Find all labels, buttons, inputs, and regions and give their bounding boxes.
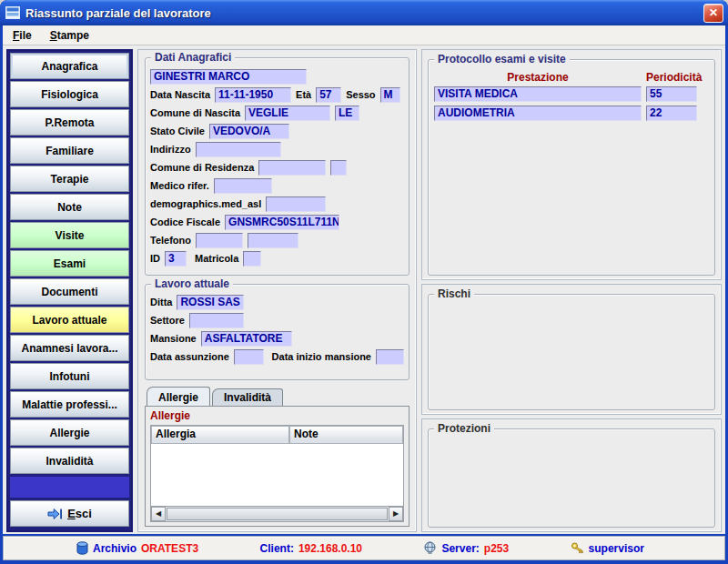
sidebar-item-esami[interactable]: Esami: [10, 250, 129, 277]
telefono-label: Telefono: [150, 235, 191, 246]
rischi-panel: Rischi: [428, 294, 715, 410]
user-value: supervisor: [589, 542, 644, 555]
prestazione-field[interactable]: AUDIOMETRIA: [434, 106, 642, 121]
scroll-left-icon[interactable]: ◀: [151, 507, 166, 521]
sidebar-item-infotuni[interactable]: Infotuni: [10, 363, 129, 389]
dati-anagrafici-panel: Dati Anagrafici GINESTRI MARCO Data Nasc…: [145, 57, 410, 276]
mansione-label: Mansione: [150, 333, 197, 344]
allergia-column-header[interactable]: Allergia: [151, 426, 289, 444]
matricola-field[interactable]: [243, 251, 261, 267]
sesso-label: Sesso: [346, 89, 375, 100]
client-label: Client:: [260, 542, 294, 555]
sidebar-item-documenti[interactable]: Documenti: [10, 278, 129, 305]
stato-civile-label: Stato Civile: [150, 126, 205, 136]
user-keys-icon: [571, 542, 584, 555]
codice-fiscale-field[interactable]: GNSMRC50S11L711N: [225, 215, 339, 230]
exit-arrow-icon: [47, 508, 63, 520]
sidebar-item-anamnesi-lavorativa[interactable]: Anamnesi lavora...: [10, 335, 129, 361]
allergie-invalidita-tabstrip: Allergie Invalidità: [145, 386, 410, 406]
data-nascita-field[interactable]: 11-11-1950: [215, 87, 291, 103]
menu-bar: File Stampe: [3, 25, 725, 45]
comune-residenza-label: Comune di Residenza: [150, 162, 254, 173]
id-field[interactable]: 3: [165, 251, 187, 267]
stato-civile-field[interactable]: VEDOVO/A: [209, 124, 289, 139]
dati-anagrafici-title: Dati Anagrafici: [151, 51, 235, 64]
protezioni-panel: Protezioni: [428, 428, 715, 528]
esci-button[interactable]: Esci: [10, 500, 129, 527]
protezioni-section: Protezioni: [421, 418, 722, 532]
menu-file[interactable]: File: [8, 27, 36, 44]
periodicita-field[interactable]: 55: [646, 86, 697, 102]
app-window: Riassunto parziale del lavoratore ✕ File…: [0, 0, 728, 564]
protocollo-section: Protocollo esami e visite Prestazione Pe…: [421, 49, 722, 280]
center-column: Dati Anagrafici GINESTRI MARCO Data Nasc…: [137, 49, 417, 532]
note-column-header[interactable]: Note: [289, 426, 403, 444]
allergie-horizontal-scrollbar[interactable]: ◀ ▶: [150, 507, 404, 522]
comune-nascita-label: Comune di Nascita: [150, 107, 240, 118]
globe-icon: [423, 541, 437, 555]
protezioni-title: Protezioni: [434, 422, 494, 435]
allergie-tab-panel: Allergie Allergia Note ◀ ▶: [145, 406, 410, 527]
medico-field[interactable]: [214, 178, 272, 194]
protocollo-header-row: Prestazione Periodicità: [434, 71, 709, 84]
client-value: 192.168.0.10: [298, 542, 362, 555]
id-label: ID: [150, 253, 160, 264]
title-bar[interactable]: Riassunto parziale del lavoratore ✕: [0, 0, 728, 25]
matricola-label: Matricola: [195, 253, 238, 264]
close-button[interactable]: ✕: [703, 4, 723, 23]
window-title: Riassunto parziale del lavoratore: [25, 6, 703, 20]
sidebar-item-anagrafica[interactable]: Anagrafica: [10, 53, 129, 79]
scrollbar-thumb[interactable]: [167, 508, 388, 520]
app-window-icon: [5, 6, 21, 20]
comune-nascita-field[interactable]: VEGLIE: [245, 106, 330, 121]
tab-allergie[interactable]: Allergie: [147, 387, 210, 406]
mansione-field[interactable]: ASFALTATORE: [201, 331, 292, 347]
data-inizio-mansione-label: Data inizio mansione: [272, 351, 371, 362]
server-label: Server:: [441, 542, 479, 555]
sidebar-item-terapie[interactable]: Terapie: [10, 166, 129, 192]
codice-fiscale-label: Codice Fiscale: [150, 217, 220, 227]
archivio-label: Archivio: [93, 542, 136, 555]
data-inizio-mansione-field[interactable]: [376, 349, 404, 365]
ditta-label: Ditta: [150, 297, 172, 307]
eta-field[interactable]: 57: [316, 87, 341, 103]
indirizzo-field[interactable]: [196, 142, 281, 157]
sidebar-item-fisiologica[interactable]: Fisiologica: [10, 81, 129, 107]
protocollo-title: Protocollo esami e visite: [434, 53, 570, 65]
rischi-title: Rischi: [434, 287, 474, 300]
med-asl-label: demographics.med_asl: [150, 198, 261, 209]
sidebar-item-note[interactable]: Note: [10, 194, 129, 220]
provincia-nascita-field[interactable]: LE: [335, 106, 359, 121]
menu-stampe[interactable]: Stampe: [46, 27, 94, 44]
sesso-field[interactable]: M: [380, 87, 400, 103]
ditta-field[interactable]: ROSSI SAS: [177, 295, 244, 310]
data-assunzione-label: Data assunzione: [150, 351, 229, 362]
protocollo-panel: Protocollo esami e visite Prestazione Pe…: [428, 59, 715, 276]
periodicita-field[interactable]: 22: [646, 106, 697, 121]
sidebar-item-allergie[interactable]: Allergie: [10, 419, 129, 446]
right-column: Protocollo esami e visite Prestazione Pe…: [421, 49, 722, 532]
data-assunzione-field[interactable]: [234, 349, 264, 365]
provincia-residenza-field[interactable]: [330, 160, 347, 176]
allergie-table-body[interactable]: [151, 444, 403, 506]
comune-residenza-field[interactable]: [258, 160, 326, 176]
nome-field[interactable]: GINESTRI MARCO: [150, 69, 307, 85]
med-asl-field[interactable]: [266, 196, 326, 212]
settore-field[interactable]: [189, 313, 244, 328]
telefono1-field[interactable]: [196, 233, 243, 248]
sidebar-item-lavoro-attuale[interactable]: Lavoro attuale: [10, 307, 129, 333]
eta-label: Età: [296, 89, 311, 100]
table-row: AUDIOMETRIA 22: [434, 106, 709, 121]
medico-label: Medico rifer.: [150, 180, 209, 191]
allergie-table: Allergia Note: [150, 425, 404, 507]
prestazione-field[interactable]: VISITA MEDICA: [434, 86, 642, 102]
tab-invalidita[interactable]: Invalidità: [212, 388, 283, 406]
sidebar-item-visite[interactable]: Visite: [10, 222, 129, 248]
sidebar-item-familiare[interactable]: Familiare: [10, 137, 129, 164]
sidebar-item-invalidita[interactable]: Invalidità: [10, 448, 129, 474]
telefono2-field[interactable]: [248, 233, 298, 248]
allergie-table-header: Allergia Note: [151, 426, 403, 444]
sidebar-item-malattie-professionali[interactable]: Malattie professi...: [10, 391, 129, 418]
scroll-right-icon[interactable]: ▶: [389, 507, 403, 521]
sidebar-item-p-remota[interactable]: P.Remota: [10, 109, 129, 136]
